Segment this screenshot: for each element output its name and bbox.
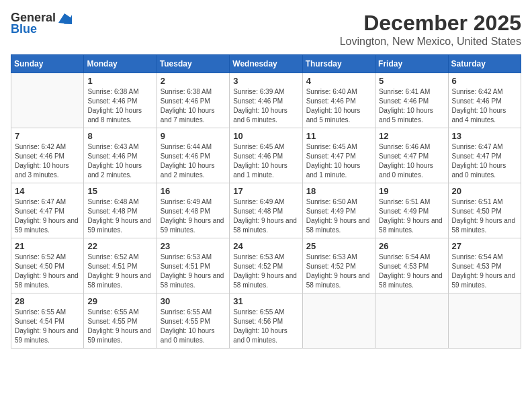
day-number: 15	[87, 186, 152, 196]
calendar-header-saturday: Saturday	[448, 55, 521, 73]
calendar-header-wednesday: Wednesday	[230, 55, 302, 73]
day-number: 23	[161, 241, 226, 251]
calendar-cell: 8Sunrise: 6:43 AMSunset: 4:46 PMDaylight…	[84, 128, 157, 183]
day-number: 4	[306, 76, 371, 86]
calendar-cell: 11Sunrise: 6:45 AMSunset: 4:47 PMDayligh…	[302, 128, 375, 183]
day-info: Sunrise: 6:54 AMSunset: 4:53 PMDaylight:…	[379, 253, 444, 290]
day-number: 21	[15, 241, 80, 251]
calendar-cell: 5Sunrise: 6:41 AMSunset: 4:46 PMDaylight…	[375, 73, 448, 128]
calendar-cell: 13Sunrise: 6:47 AMSunset: 4:47 PMDayligh…	[448, 128, 521, 183]
calendar-week-row: 1Sunrise: 6:38 AMSunset: 4:46 PMDaylight…	[11, 73, 521, 128]
calendar-cell: 31Sunrise: 6:55 AMSunset: 4:56 PMDayligh…	[230, 293, 302, 349]
logo-blue-text: Blue	[11, 22, 37, 36]
day-number: 29	[87, 296, 152, 306]
calendar-header-tuesday: Tuesday	[157, 55, 229, 73]
day-number: 10	[233, 131, 298, 141]
calendar-cell: 26Sunrise: 6:54 AMSunset: 4:53 PMDayligh…	[375, 238, 448, 293]
title-block: December 2025 Lovington, New Mexico, Uni…	[340, 11, 521, 48]
calendar-cell: 18Sunrise: 6:50 AMSunset: 4:49 PMDayligh…	[302, 183, 375, 238]
day-info: Sunrise: 6:47 AMSunset: 4:47 PMDaylight:…	[15, 197, 80, 235]
day-number: 5	[379, 76, 444, 86]
day-info: Sunrise: 6:51 AMSunset: 4:50 PMDaylight:…	[452, 197, 517, 235]
day-number: 31	[233, 296, 298, 306]
day-number: 16	[161, 186, 226, 196]
day-number: 19	[379, 186, 444, 196]
day-number: 2	[161, 76, 226, 86]
day-info: Sunrise: 6:55 AMSunset: 4:56 PMDaylight:…	[233, 308, 298, 345]
day-info: Sunrise: 6:45 AMSunset: 4:47 PMDaylight:…	[306, 142, 371, 180]
day-number: 6	[452, 76, 517, 86]
calendar-cell: 23Sunrise: 6:53 AMSunset: 4:51 PMDayligh…	[157, 238, 229, 293]
day-info: Sunrise: 6:43 AMSunset: 4:46 PMDaylight:…	[87, 142, 152, 180]
day-info: Sunrise: 6:48 AMSunset: 4:48 PMDaylight:…	[87, 197, 152, 235]
calendar-header-row: SundayMondayTuesdayWednesdayThursdayFrid…	[11, 55, 521, 73]
calendar-week-row: 7Sunrise: 6:42 AMSunset: 4:46 PMDaylight…	[11, 128, 521, 183]
page-header: General Blue December 2025 Lovington, Ne…	[11, 11, 521, 48]
day-info: Sunrise: 6:41 AMSunset: 4:46 PMDaylight:…	[379, 87, 444, 125]
day-number: 14	[15, 186, 80, 196]
day-number: 12	[379, 131, 444, 141]
day-info: Sunrise: 6:38 AMSunset: 4:46 PMDaylight:…	[87, 87, 152, 125]
calendar-cell: 21Sunrise: 6:52 AMSunset: 4:50 PMDayligh…	[11, 238, 84, 293]
day-info: Sunrise: 6:52 AMSunset: 4:51 PMDaylight:…	[87, 253, 152, 290]
day-number: 3	[233, 76, 298, 86]
day-info: Sunrise: 6:45 AMSunset: 4:46 PMDaylight:…	[233, 142, 298, 180]
calendar-header-sunday: Sunday	[11, 55, 84, 73]
day-number: 8	[87, 131, 152, 141]
calendar-cell: 14Sunrise: 6:47 AMSunset: 4:47 PMDayligh…	[11, 183, 84, 238]
calendar-week-row: 28Sunrise: 6:55 AMSunset: 4:54 PMDayligh…	[11, 293, 521, 349]
logo: General Blue	[11, 11, 72, 36]
day-number: 9	[161, 131, 226, 141]
month-title: December 2025	[340, 11, 521, 36]
calendar-cell: 2Sunrise: 6:38 AMSunset: 4:46 PMDaylight…	[157, 73, 229, 128]
calendar-cell	[11, 73, 84, 128]
calendar-cell	[302, 293, 375, 349]
calendar-cell: 4Sunrise: 6:40 AMSunset: 4:46 PMDaylight…	[302, 73, 375, 128]
day-info: Sunrise: 6:42 AMSunset: 4:46 PMDaylight:…	[15, 142, 80, 180]
day-info: Sunrise: 6:52 AMSunset: 4:50 PMDaylight:…	[15, 253, 80, 290]
day-number: 18	[306, 186, 371, 196]
calendar-cell: 16Sunrise: 6:49 AMSunset: 4:48 PMDayligh…	[157, 183, 229, 238]
calendar-cell: 27Sunrise: 6:54 AMSunset: 4:53 PMDayligh…	[448, 238, 521, 293]
day-info: Sunrise: 6:42 AMSunset: 4:46 PMDaylight:…	[452, 87, 517, 125]
calendar-cell: 29Sunrise: 6:55 AMSunset: 4:55 PMDayligh…	[84, 293, 157, 349]
calendar-cell	[375, 293, 448, 349]
calendar-cell: 7Sunrise: 6:42 AMSunset: 4:46 PMDaylight…	[11, 128, 84, 183]
calendar-cell: 28Sunrise: 6:55 AMSunset: 4:54 PMDayligh…	[11, 293, 84, 349]
calendar-cell: 20Sunrise: 6:51 AMSunset: 4:50 PMDayligh…	[448, 183, 521, 238]
day-info: Sunrise: 6:40 AMSunset: 4:46 PMDaylight:…	[306, 87, 371, 125]
day-info: Sunrise: 6:53 AMSunset: 4:52 PMDaylight:…	[306, 253, 371, 290]
day-number: 20	[452, 186, 517, 196]
day-number: 28	[15, 296, 80, 306]
day-number: 17	[233, 186, 298, 196]
day-info: Sunrise: 6:51 AMSunset: 4:49 PMDaylight:…	[379, 197, 444, 235]
day-number: 11	[306, 131, 371, 141]
day-info: Sunrise: 6:55 AMSunset: 4:55 PMDaylight:…	[87, 308, 152, 345]
calendar-cell: 1Sunrise: 6:38 AMSunset: 4:46 PMDaylight…	[84, 73, 157, 128]
calendar-header-thursday: Thursday	[302, 55, 375, 73]
day-info: Sunrise: 6:49 AMSunset: 4:48 PMDaylight:…	[233, 197, 298, 235]
calendar-cell: 22Sunrise: 6:52 AMSunset: 4:51 PMDayligh…	[84, 238, 157, 293]
calendar-cell: 12Sunrise: 6:46 AMSunset: 4:47 PMDayligh…	[375, 128, 448, 183]
calendar-header-monday: Monday	[84, 55, 157, 73]
calendar-cell: 24Sunrise: 6:53 AMSunset: 4:52 PMDayligh…	[230, 238, 302, 293]
day-number: 26	[379, 241, 444, 251]
day-info: Sunrise: 6:47 AMSunset: 4:47 PMDaylight:…	[452, 142, 517, 180]
day-info: Sunrise: 6:44 AMSunset: 4:46 PMDaylight:…	[161, 142, 226, 180]
calendar-cell	[448, 293, 521, 349]
day-number: 1	[87, 76, 152, 86]
calendar-week-row: 14Sunrise: 6:47 AMSunset: 4:47 PMDayligh…	[11, 183, 521, 238]
calendar-cell: 25Sunrise: 6:53 AMSunset: 4:52 PMDayligh…	[302, 238, 375, 293]
day-info: Sunrise: 6:54 AMSunset: 4:53 PMDaylight:…	[452, 253, 517, 290]
day-number: 24	[233, 241, 298, 251]
day-info: Sunrise: 6:50 AMSunset: 4:49 PMDaylight:…	[306, 197, 371, 235]
calendar-cell: 17Sunrise: 6:49 AMSunset: 4:48 PMDayligh…	[230, 183, 302, 238]
calendar-week-row: 21Sunrise: 6:52 AMSunset: 4:50 PMDayligh…	[11, 238, 521, 293]
calendar-cell: 15Sunrise: 6:48 AMSunset: 4:48 PMDayligh…	[84, 183, 157, 238]
day-info: Sunrise: 6:38 AMSunset: 4:46 PMDaylight:…	[161, 87, 226, 125]
day-number: 30	[161, 296, 226, 306]
calendar-cell: 10Sunrise: 6:45 AMSunset: 4:46 PMDayligh…	[230, 128, 302, 183]
day-info: Sunrise: 6:49 AMSunset: 4:48 PMDaylight:…	[161, 197, 226, 235]
day-info: Sunrise: 6:53 AMSunset: 4:51 PMDaylight:…	[161, 253, 226, 290]
day-number: 25	[306, 241, 371, 251]
